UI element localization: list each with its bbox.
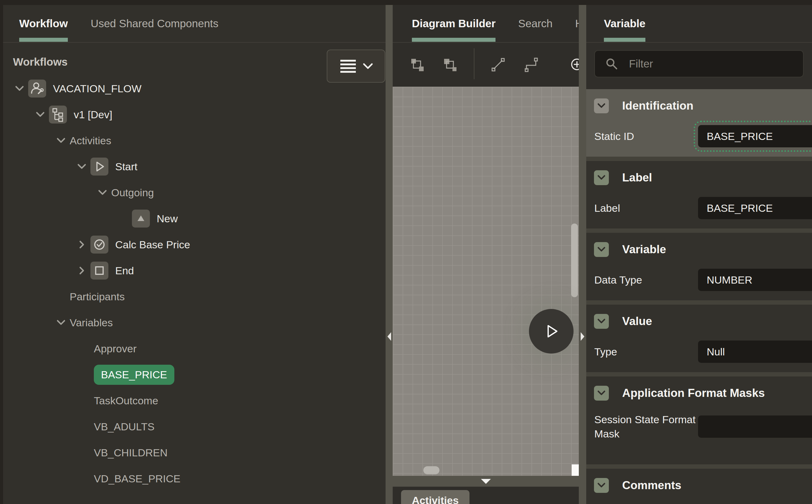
section-header[interactable]: Application Format Masks — [586, 385, 812, 402]
tree-item-vd-base-price[interactable]: VD_BASE_PRICE — [0, 466, 385, 492]
chevron-down-icon[interactable] — [52, 310, 70, 336]
diagram-canvas[interactable] — [393, 87, 579, 476]
section-collapse-button[interactable] — [594, 170, 609, 185]
section-label: LabelLabelBASE_PRICE — [586, 161, 812, 228]
tree-item-label: VB_ADULTS — [94, 421, 154, 433]
tree-item-participants[interactable]: Participants — [0, 284, 385, 310]
tree-item-end[interactable]: End — [0, 258, 385, 284]
tree-item-label: v1 [Dev] — [74, 109, 112, 121]
window-left-edge — [0, 0, 3, 504]
field-input-data-type[interactable]: NUMBER — [698, 269, 812, 291]
chevron-down-icon[interactable] — [52, 128, 70, 154]
right-splitter[interactable] — [579, 0, 586, 504]
tree-item-label-selected: BASE_PRICE — [94, 365, 174, 385]
section-header[interactable]: Variable — [586, 241, 812, 258]
check-circle-icon — [90, 236, 108, 254]
section-header[interactable]: Comments — [586, 477, 812, 494]
field-label: Session State Format Mask — [594, 412, 698, 441]
tree-item-vb-children[interactable]: VB_CHILDREN — [0, 440, 385, 466]
toolbar-divider — [474, 48, 475, 79]
zoom-in-icon[interactable] — [568, 56, 579, 73]
section-collapse-button[interactable] — [594, 386, 609, 401]
line-connector-icon[interactable] — [490, 56, 507, 73]
chevron-down-icon[interactable] — [73, 154, 90, 180]
tab-used-shared-components[interactable]: Used Shared Components — [91, 5, 218, 42]
tree-item-label: VD_BASE_PRICE — [94, 473, 180, 485]
tree-item-vacation-flow[interactable]: VACATION_FLOW — [0, 76, 385, 102]
tree-item-label: Outgoing — [111, 187, 154, 199]
bottom-splitter[interactable] — [393, 476, 579, 487]
expand-down-triangle-icon[interactable] — [480, 478, 492, 484]
canvas-resize-handle[interactable] — [572, 464, 579, 476]
section-chevron-icon — [597, 246, 606, 253]
tree-item-label: VB_CHILDREN — [94, 447, 167, 459]
window-top-edge — [0, 0, 812, 5]
section-collapse-button[interactable] — [594, 242, 609, 257]
tree-item-label: Approver — [94, 343, 137, 355]
tree-item-label: TaskOutcome — [94, 395, 158, 407]
field-row-data-type: Data TypeNUMBER — [586, 269, 812, 291]
workflow-person-icon — [28, 80, 46, 98]
section-title: Application Format Masks — [622, 387, 765, 400]
canvas-vertical-scrollbar[interactable] — [571, 224, 578, 297]
section-variable: VariableData TypeNUMBER — [586, 233, 812, 300]
field-input-static-id[interactable]: BASE_PRICE — [698, 125, 812, 147]
new-connection-icon — [132, 210, 150, 228]
section-identification: IdentificationStatic IDBASE_PRICE — [586, 89, 812, 157]
tree-item-start[interactable]: Start — [0, 154, 385, 180]
property-filter-input[interactable]: Filter — [594, 50, 804, 77]
left-splitter[interactable] — [385, 0, 393, 504]
end-square-icon — [90, 262, 108, 280]
tree-item-vb-adults[interactable]: VB_ADULTS — [0, 414, 385, 440]
chevron-down-icon[interactable] — [11, 76, 28, 102]
tab-variable[interactable]: Variable — [604, 5, 645, 42]
section-collapse-button[interactable] — [594, 314, 609, 329]
section-chevron-icon — [597, 318, 606, 324]
tab-workflow[interactable]: Workflow — [19, 5, 68, 42]
canvas-horizontal-scrollbar[interactable] — [424, 466, 440, 474]
collapse-left-arrow-icon[interactable] — [387, 332, 391, 341]
section-title: Label — [622, 171, 652, 184]
tree-item-activities[interactable]: Activities — [0, 128, 385, 154]
tree-item-label: Activities — [70, 135, 111, 147]
tab-search[interactable]: Search — [518, 5, 553, 42]
tree-item-new[interactable]: New — [0, 206, 385, 232]
section-header[interactable]: Value — [586, 313, 812, 330]
tree-item-approver[interactable]: Approver — [0, 336, 385, 362]
tree-item-variables[interactable]: Variables — [0, 310, 385, 336]
chevron-down-icon[interactable] — [32, 102, 49, 128]
field-input-session-state-format-mask[interactable] — [698, 415, 812, 438]
tab-history[interactable]: History — [575, 5, 579, 42]
tree-item-taskoutcome[interactable]: TaskOutcome — [0, 388, 385, 414]
field-input-label[interactable]: BASE_PRICE — [698, 197, 812, 219]
field-input-type[interactable]: Null — [698, 341, 812, 363]
section-header[interactable]: Identification — [586, 97, 812, 115]
diagram-panel: Diagram Builder Search History Activitie… — [393, 0, 579, 504]
tree-item-base-price[interactable]: BASE_PRICE — [0, 362, 385, 388]
tree-item-outgoing[interactable]: Outgoing — [0, 180, 385, 206]
section-chevron-icon — [597, 390, 606, 396]
tree-item-label: New — [157, 213, 178, 225]
bring-forward-icon[interactable] — [442, 56, 459, 73]
section-header[interactable]: Label — [586, 169, 812, 186]
section-collapse-button[interactable] — [594, 98, 609, 113]
tree-item-calc-base-price[interactable]: Calc Base Price — [0, 232, 385, 258]
tab-diagram-builder[interactable]: Diagram Builder — [412, 5, 496, 42]
play-button[interactable] — [529, 309, 574, 354]
chevron-right-icon[interactable] — [73, 232, 90, 258]
elbow-connector-icon[interactable] — [523, 56, 540, 73]
palette-tab-activities[interactable]: Activities — [401, 490, 470, 504]
section-collapse-button[interactable] — [594, 478, 609, 493]
tree-item-v1-dev-[interactable]: v1 [Dev] — [0, 102, 385, 128]
section-application-format-masks: Application Format MasksSession State Fo… — [586, 376, 812, 464]
collapse-right-arrow-icon[interactable] — [580, 332, 585, 341]
chevron-down-icon[interactable] — [94, 180, 111, 206]
field-label: Data Type — [594, 273, 698, 287]
property-editor-panel: Variable Filter IdentificationStatic IDB… — [586, 0, 812, 504]
chevron-right-icon[interactable] — [73, 258, 90, 284]
center-tab-bar: Diagram Builder Search History — [393, 5, 579, 43]
start-triangle-icon — [90, 158, 108, 176]
section-value: ValueTypeNull — [586, 305, 812, 372]
version-tree-icon — [49, 106, 67, 124]
send-backward-icon[interactable] — [409, 56, 426, 73]
